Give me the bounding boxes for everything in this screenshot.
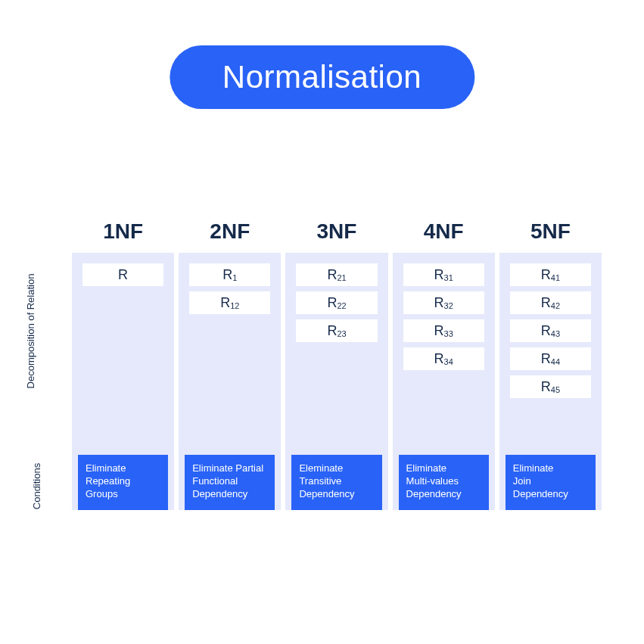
column-header: 5NF (499, 219, 602, 244)
relation-box: R33 (403, 319, 484, 342)
column-header: 1NF (72, 219, 174, 244)
column-5nf: 5NFR41R42R43R44R45Eliminate Join Depende… (499, 219, 602, 510)
relation-box: R31 (403, 263, 484, 286)
column-body: REliminate Repeating Groups (72, 253, 174, 510)
relation-subscript: 42 (551, 301, 560, 310)
relation-subscript: 34 (444, 357, 453, 366)
relation-subscript: 33 (444, 329, 453, 338)
condition-box: Eliminate Join Dependency (506, 455, 596, 510)
relation-subscript: 32 (444, 301, 453, 310)
relation-stack: R41R42R43R44R45 (506, 263, 596, 398)
relation-subscript: 44 (551, 357, 560, 366)
relation-subscript: 23 (337, 329, 346, 338)
condition-box: Eliminate Multi-values Dependency (399, 455, 489, 510)
column-body: R21R22R23Eleminate Transitive Dependency (285, 253, 387, 510)
relation-subscript: 43 (551, 329, 560, 338)
column-header: 3NF (285, 219, 387, 244)
column-body: R31R32R33R34Eliminate Multi-values Depen… (393, 253, 495, 510)
relation-subscript: 31 (444, 273, 453, 282)
relation-box: R44 (510, 347, 591, 370)
column-body: R41R42R43R44R45Eliminate Join Dependency (499, 253, 602, 510)
relation-stack: R1R12 (185, 263, 275, 314)
relation-subscript: 12 (230, 301, 239, 310)
relation-subscript: 1 (232, 273, 237, 282)
columns-container: 1NFREliminate Repeating Groups2NFR1R12El… (72, 219, 602, 510)
condition-box: Eliminate Repeating Groups (78, 455, 168, 510)
column-body: R1R12Eliminate Partial Functional Depend… (179, 253, 281, 510)
page-title: Normalisation (170, 45, 474, 109)
column-2nf: 2NFR1R12Eliminate Partial Functional Dep… (179, 219, 281, 510)
relation-box: R32 (403, 291, 484, 314)
column-1nf: 1NFREliminate Repeating Groups (72, 219, 174, 510)
relation-stack: R21R22R23 (291, 263, 381, 342)
relation-subscript: 22 (337, 301, 346, 310)
relation-box: R21 (296, 263, 377, 286)
condition-box: Eleminate Transitive Dependency (291, 455, 381, 510)
relation-box: R41 (510, 263, 591, 286)
column-4nf: 4NFR31R32R33R34Eliminate Multi-values De… (393, 219, 495, 510)
side-label-conditions: Conditions (31, 463, 42, 509)
relation-box: R23 (296, 319, 377, 342)
side-label-decomposition: Decomposition of Relation (25, 274, 36, 389)
relation-box: R45 (510, 375, 591, 398)
relation-box: R43 (510, 319, 591, 342)
relation-box: R42 (510, 291, 591, 314)
relation-box: R34 (403, 347, 484, 370)
relation-stack: R (78, 263, 168, 286)
column-header: 2NF (179, 219, 281, 244)
relation-stack: R31R32R33R34 (399, 263, 489, 370)
relation-subscript: 21 (337, 273, 346, 282)
condition-box: Eliminate Partial Functional Dependency (185, 455, 275, 510)
column-header: 4NF (393, 219, 495, 244)
relation-box: R1 (189, 263, 270, 286)
column-3nf: 3NFR21R22R23Eleminate Transitive Depende… (285, 219, 387, 510)
relation-subscript: 45 (551, 385, 560, 394)
relation-box: R22 (296, 291, 377, 314)
relation-subscript: 41 (551, 273, 560, 282)
relation-box: R (82, 263, 163, 286)
relation-box: R12 (189, 291, 270, 314)
diagram-area: 1NFREliminate Repeating Groups2NFR1R12El… (72, 219, 602, 510)
